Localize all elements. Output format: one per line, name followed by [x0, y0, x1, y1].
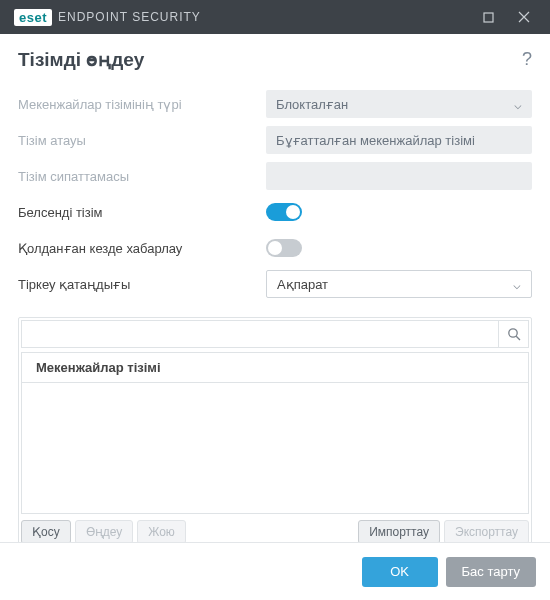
svg-point-1 — [508, 329, 516, 337]
import-button[interactable]: Импорттау — [358, 520, 440, 544]
search-icon — [507, 327, 521, 341]
list-column-header: Мекенжайлар тізімі — [21, 352, 529, 382]
delete-button: Жою — [137, 520, 186, 544]
brand-product: ENDPOINT SECURITY — [58, 10, 201, 24]
log-severity-select[interactable]: Ақпарат ⌵ — [266, 270, 532, 298]
search-button[interactable] — [498, 321, 528, 347]
list-name-label: Тізім атауы — [18, 133, 266, 148]
brand-logo: eset — [14, 9, 52, 26]
window-maximize-button[interactable] — [470, 0, 506, 34]
window-close-button[interactable] — [506, 0, 542, 34]
search-input[interactable] — [22, 321, 498, 347]
log-severity-value: Ақпарат — [277, 277, 328, 292]
svg-rect-0 — [484, 13, 493, 22]
help-icon[interactable]: ? — [522, 49, 532, 70]
log-severity-label: Тіркеу қатаңдығы — [18, 277, 266, 292]
add-button[interactable]: Қосу — [21, 520, 71, 544]
active-list-label: Белсенді тізім — [18, 205, 266, 220]
brand: eset ENDPOINT SECURITY — [14, 9, 201, 26]
chevron-down-icon: ⌵ — [514, 97, 522, 112]
titlebar: eset ENDPOINT SECURITY — [0, 0, 550, 34]
edit-button: Өңдеу — [75, 520, 134, 544]
list-description-input[interactable] — [266, 162, 532, 190]
list-body[interactable] — [21, 382, 529, 514]
list-description-label: Тізім сипаттамасы — [18, 169, 266, 184]
active-list-toggle[interactable] — [266, 203, 302, 221]
notify-label: Қолданған кезде хабарлау — [18, 241, 266, 256]
address-list-section: Мекенжайлар тізімі Қосу Өңдеу Жою Импорт… — [18, 317, 532, 551]
chevron-down-icon: ⌵ — [513, 277, 521, 292]
list-name-input[interactable]: Бұғатталған мекенжайлар тізімі — [266, 126, 532, 154]
footer: OK Бас тарту — [0, 542, 550, 600]
address-list-type-label: Мекенжайлар тізімінің түрі — [18, 97, 266, 112]
address-list-type-select[interactable]: Блокталған ⌵ — [266, 90, 532, 118]
page-title: Тізімді өңдеу — [18, 48, 144, 71]
address-list-type-value: Блокталған — [276, 97, 348, 112]
list-name-value: Бұғатталған мекенжайлар тізімі — [276, 133, 475, 148]
export-button: Экспорттау — [444, 520, 529, 544]
ok-button[interactable]: OK — [362, 557, 438, 587]
notify-toggle[interactable] — [266, 239, 302, 257]
cancel-button[interactable]: Бас тарту — [446, 557, 536, 587]
